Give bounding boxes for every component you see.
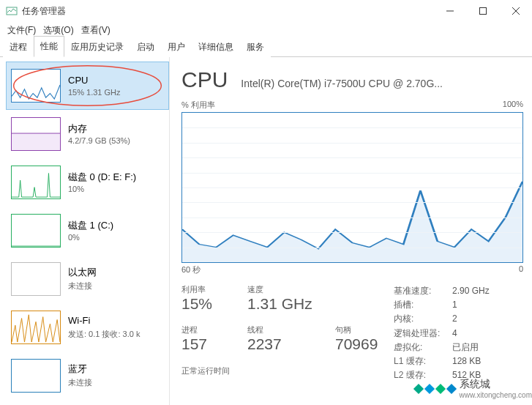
watermark-url: www.xitongcheng.com — [460, 391, 533, 399]
titlebar: 任务管理器 — [0, 0, 532, 22]
handle-label: 句柄 — [335, 324, 394, 335]
watermark-brand: 系统城 — [460, 378, 533, 391]
sidebar-item-disk1[interactable]: 磁盘 1 (C:) 0% — [6, 207, 169, 255]
cpu-chart — [181, 112, 523, 263]
speed-label: 速度 — [247, 284, 335, 295]
chart-label-bottom-right: 0 — [519, 264, 523, 275]
disk1-thumb — [11, 214, 61, 248]
ethernet-thumb — [11, 262, 61, 296]
chart-label-bottom-left: 60 秒 — [181, 264, 201, 275]
handle-value: 70969 — [335, 335, 394, 353]
tab-app-history[interactable]: 应用历史记录 — [64, 37, 130, 57]
chart-label-top-right: 100% — [503, 100, 523, 111]
cores-label: 内核: — [394, 312, 452, 326]
tab-performance[interactable]: 性能 — [34, 36, 64, 57]
util-label: 利用率 — [181, 284, 247, 295]
bluetooth-thumb — [11, 359, 61, 393]
sidebar-item-sub: 4.2/7.9 GB (53%) — [68, 136, 130, 145]
sidebar-item-bluetooth[interactable]: 蓝牙 未连接 — [6, 352, 169, 400]
logical-label: 逻辑处理器: — [394, 327, 452, 341]
sidebar: CPU 15% 1.31 GHz 内存 4.2/7.9 GB (53%) 磁盘 … — [0, 57, 170, 405]
virt-label: 虚拟化: — [394, 341, 452, 354]
sidebar-item-wifi[interactable]: Wi-Fi 发送: 0.1 接收: 3.0 k — [6, 303, 169, 352]
cpu-model: Intel(R) Core(TM) i7-7500U CPU @ 2.70G..… — [241, 78, 443, 89]
sidebar-item-sub: 未连接 — [68, 280, 97, 291]
tab-startup[interactable]: 启动 — [130, 37, 161, 57]
thread-label: 线程 — [247, 324, 335, 335]
logical-value: 4 — [452, 327, 457, 341]
window-title: 任务管理器 — [22, 5, 66, 18]
svg-rect-2 — [479, 8, 486, 15]
sidebar-item-memory[interactable]: 内存 4.2/7.9 GB (53%) — [6, 110, 169, 158]
sockets-value: 1 — [452, 298, 457, 312]
speed-value: 1.31 GHz — [247, 295, 335, 313]
l1-label: L1 缓存: — [394, 354, 452, 368]
disk0-thumb — [11, 166, 61, 199]
virt-value: 已启用 — [452, 341, 479, 354]
tab-processes[interactable]: 进程 — [3, 37, 34, 57]
close-button[interactable] — [499, 0, 532, 22]
l1-value: 128 KB — [452, 354, 481, 368]
sidebar-item-sub: 0% — [68, 233, 113, 242]
sidebar-item-sub: 10% — [68, 185, 136, 193]
util-value: 15% — [181, 295, 247, 313]
sidebar-item-label: 磁盘 1 (C:) — [68, 220, 113, 232]
tab-details[interactable]: 详细信息 — [192, 37, 240, 57]
maximize-button[interactable] — [466, 0, 499, 22]
sidebar-item-label: 磁盘 0 (D: E: F:) — [68, 171, 136, 184]
detail-panel: CPU Intel(R) Core(TM) i7-7500U CPU @ 2.7… — [170, 57, 532, 405]
menubar: 文件(F) 选项(O) 查看(V) — [0, 22, 532, 38]
memory-thumb — [11, 117, 61, 151]
sidebar-item-label: 内存 — [68, 123, 130, 135]
menu-view[interactable]: 查看(V) — [78, 23, 113, 38]
sidebar-item-label: 以太网 — [68, 267, 97, 279]
sidebar-item-label: Wi-Fi — [68, 315, 140, 327]
app-icon — [6, 5, 18, 17]
sidebar-item-sub: 未连接 — [68, 377, 92, 388]
base-speed-label: 基准速度: — [394, 284, 452, 298]
detail-title: CPU — [181, 67, 228, 92]
sidebar-item-disk0[interactable]: 磁盘 0 (D: E: F:) 10% — [6, 158, 169, 207]
proc-label: 进程 — [181, 324, 247, 335]
sockets-label: 插槽: — [394, 298, 452, 312]
tab-users[interactable]: 用户 — [161, 37, 192, 57]
sidebar-item-sub: 15% 1.31 GHz — [68, 88, 121, 97]
svg-rect-6 — [12, 133, 60, 150]
uptime-label: 正常运行时间 — [181, 365, 394, 376]
wifi-thumb — [11, 311, 61, 344]
base-speed-value: 2.90 GHz — [452, 284, 490, 298]
sidebar-item-sub: 发送: 0.1 接收: 3.0 k — [68, 329, 140, 340]
watermark-logo-icon — [413, 384, 457, 394]
sidebar-item-label: CPU — [68, 75, 121, 87]
minimize-button[interactable] — [433, 0, 466, 22]
tab-strip: 进程 性能 应用历史记录 启动 用户 详细信息 服务 — [0, 38, 532, 57]
sidebar-item-cpu[interactable]: CPU 15% 1.31 GHz — [6, 62, 169, 110]
proc-value: 157 — [181, 335, 247, 353]
watermark: 系统城 www.xitongcheng.com — [413, 378, 533, 399]
tab-services[interactable]: 服务 — [240, 37, 271, 57]
sidebar-item-label: 蓝牙 — [68, 363, 92, 376]
sidebar-item-ethernet[interactable]: 以太网 未连接 — [6, 255, 169, 303]
chart-label-top-left: % 利用率 — [181, 100, 215, 111]
cpu-thumb — [11, 69, 61, 103]
thread-value: 2237 — [247, 335, 335, 353]
cores-value: 2 — [452, 312, 457, 326]
